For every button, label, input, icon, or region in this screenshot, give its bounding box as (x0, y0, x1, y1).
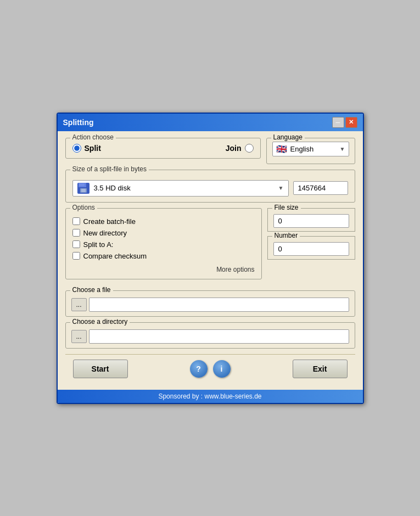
language-flag: 🇬🇧 (276, 144, 287, 154)
center-icons: ? i (189, 359, 232, 379)
create-batch-checkbox[interactable] (72, 217, 80, 225)
top-row: Action choose Split Join Language (65, 138, 355, 164)
svg-rect-2 (79, 183, 85, 186)
minimize-button[interactable]: ─ (332, 117, 344, 128)
action-section: Action choose Split Join (65, 138, 261, 159)
start-button[interactable]: Start (73, 360, 128, 378)
language-select[interactable]: 🇬🇧 English ▼ (272, 142, 349, 156)
info-icon: i (213, 360, 231, 378)
number-input[interactable] (273, 242, 349, 256)
title-bar-buttons: ─ ✕ (332, 117, 357, 128)
new-directory-label[interactable]: New directory (72, 229, 255, 237)
new-directory-checkbox[interactable] (72, 229, 80, 237)
info-button[interactable]: i (212, 359, 232, 379)
join-radio-label[interactable]: Join (226, 144, 254, 153)
help-icon: ? (190, 360, 208, 378)
split-radio-label[interactable]: Split (72, 144, 101, 153)
language-select-inner: 🇬🇧 English (276, 144, 314, 154)
window-title: Splitting (63, 118, 94, 127)
language-value: English (290, 145, 314, 153)
disk-type-select[interactable]: 3.5 HD disk ▼ (72, 180, 289, 197)
title-bar: Splitting ─ ✕ (58, 114, 363, 131)
exit-button[interactable]: Exit (293, 360, 348, 378)
join-radio[interactable] (245, 144, 254, 153)
language-section-label: Language (271, 133, 305, 141)
create-batch-label[interactable]: Create batch-file (72, 217, 255, 226)
split-radio[interactable] (72, 144, 81, 153)
floppy-disk-icon (77, 183, 89, 194)
compare-checksum-label[interactable]: Compare checksum (72, 252, 255, 260)
close-button[interactable]: ✕ (345, 117, 357, 128)
sponsor-bar: Sponsored by : www.blue-series.de (58, 390, 363, 403)
dir-path-input[interactable] (89, 329, 349, 344)
options-section: Options Create batch-file New directory … (65, 208, 262, 279)
choose-file-row: ... (71, 298, 349, 312)
disk-label: 3.5 HD disk (94, 184, 131, 192)
action-section-label: Action choose (70, 133, 116, 141)
number-group: Number (267, 236, 355, 260)
options-file-row: Options Create batch-file New directory … (65, 208, 355, 285)
window-body: Action choose Split Join Language (58, 131, 363, 390)
more-options-link[interactable]: More options (72, 266, 255, 273)
size-section: Size of a split-file in bytes 3.5 HD dis… (65, 170, 355, 203)
create-batch-text: Create batch-file (83, 217, 136, 226)
choose-file-section: Choose a file ... (65, 290, 355, 317)
language-chevron-icon: ▼ (340, 146, 345, 152)
join-label: Join (226, 144, 242, 153)
options-label: Options (70, 204, 97, 211)
choose-dir-row: ... (71, 329, 349, 344)
file-size-group: File size (267, 208, 355, 232)
main-window: Splitting ─ ✕ Action choose Split Join (57, 113, 364, 404)
choose-dir-section: Choose a directory ... (65, 322, 355, 349)
options-inner: Create batch-file New directory Split to… (72, 217, 255, 273)
sponsor-text: Sponsored by : www.blue-series.de (158, 392, 261, 400)
bottom-bar: Start ? i Exit (65, 354, 355, 383)
size-row: 3.5 HD disk ▼ (72, 180, 348, 197)
file-path-input[interactable] (89, 298, 349, 312)
new-directory-text: New directory (83, 229, 127, 237)
choose-dir-label: Choose a directory (70, 318, 130, 326)
help-button[interactable]: ? (189, 359, 209, 379)
bytes-input[interactable] (293, 181, 348, 195)
browse-file-button[interactable]: ... (71, 298, 87, 311)
disk-select-inner: 3.5 HD disk (77, 183, 131, 194)
choose-file-label: Choose a file (70, 286, 113, 294)
split-to-a-checkbox[interactable] (72, 240, 80, 248)
size-section-label: Size of a split-file in bytes (70, 165, 149, 173)
compare-checksum-text: Compare checksum (83, 252, 147, 260)
browse-dir-button[interactable]: ... (71, 330, 87, 343)
number-label: Number (272, 232, 300, 239)
disk-select-chevron-icon: ▼ (278, 185, 284, 191)
file-size-input[interactable] (273, 214, 349, 228)
file-number-section: File size Number (267, 208, 355, 285)
file-size-label: File size (272, 204, 301, 211)
split-to-a-text: Split to A: (83, 240, 114, 249)
split-to-a-label[interactable]: Split to A: (72, 240, 255, 249)
compare-checksum-checkbox[interactable] (72, 252, 80, 260)
split-label: Split (85, 144, 101, 153)
action-row: Split Join (72, 144, 254, 153)
svg-rect-4 (81, 189, 86, 192)
language-section: Language 🇬🇧 English ▼ (266, 138, 355, 164)
